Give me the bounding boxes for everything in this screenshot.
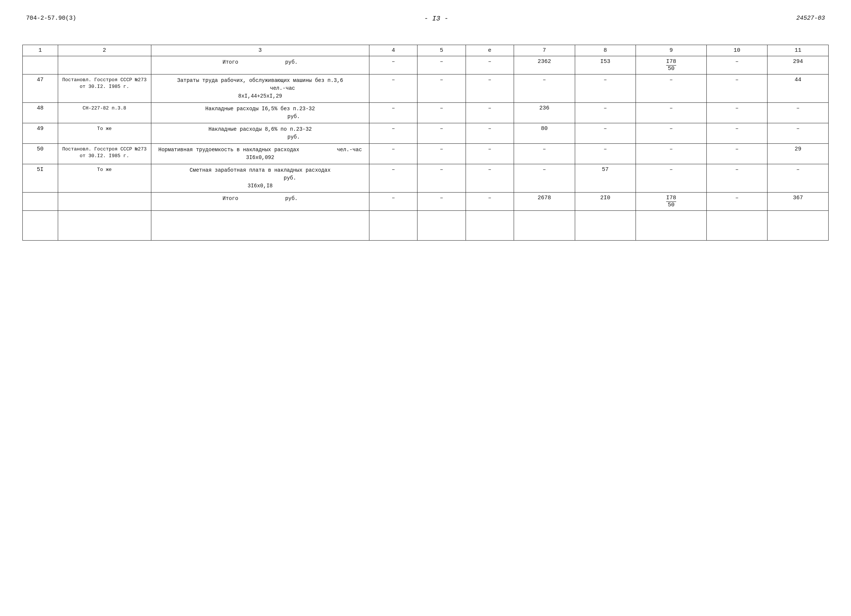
row-col7: –: [514, 144, 575, 164]
main-table: 1 2 3 4 5 е 7 8 9 10 11 Итого руб. – – –…: [23, 45, 828, 241]
row-desc: Нормативная трудоемкость в накладных рас…: [151, 144, 369, 164]
row-col5: –: [418, 193, 466, 211]
table-row: 48 СН-227-82 п.3.8 Накладные расходы I6,…: [23, 103, 828, 123]
row-col11: 294: [767, 56, 828, 75]
table-row: 50 Постановл. Госстроя СССР №273 от 30.I…: [23, 144, 828, 164]
row-col8: 2I0: [575, 193, 636, 211]
row-col9: –: [636, 75, 707, 103]
row-desc: Накладные расходы I6,5% без п.23-32 руб.: [151, 103, 369, 123]
col-header-3: 3: [151, 45, 369, 56]
table-row: Итого руб. – – – 2362 I53 I78 50 – 294: [23, 56, 828, 75]
row-source: То же: [58, 164, 151, 193]
col-header-11: 11: [767, 45, 828, 56]
row-col7: –: [514, 164, 575, 193]
row-num: 48: [23, 103, 58, 123]
page-header: 704-2-57.90(3) - I3 - 24527-03: [23, 15, 828, 22]
row-col11: –: [767, 164, 828, 193]
row-num: 49: [23, 123, 58, 144]
row-col10: –: [707, 56, 767, 75]
row-col5: –: [418, 123, 466, 144]
row-col9: –: [636, 103, 707, 123]
row-num: [23, 56, 58, 75]
row-col4: –: [369, 193, 418, 211]
row-col5: –: [418, 56, 466, 75]
table-row: 47 Постановл. Госстроя СССР №273 от 30.I…: [23, 75, 828, 103]
row-col10: –: [707, 164, 767, 193]
col-header-5: 5: [418, 45, 466, 56]
row-desc: Сметная заработная плата в накладных рас…: [151, 164, 369, 193]
row-col7: 2362: [514, 56, 575, 75]
row-num: 5I: [23, 164, 58, 193]
table-row: 49 То же Накладные расходы 8,6% по п.23-…: [23, 123, 828, 144]
row-col10: –: [707, 123, 767, 144]
col-header-2: 2: [58, 45, 151, 56]
row-col8: –: [575, 103, 636, 123]
row-col7: –: [514, 75, 575, 103]
row-desc: Затраты труда рабочих, обслуживающих маш…: [151, 75, 369, 103]
col-header-10: 10: [707, 45, 767, 56]
row-col4: –: [369, 144, 418, 164]
page-number: - I3 -: [424, 15, 448, 22]
row-col9: –: [636, 123, 707, 144]
row-col11: 367: [767, 193, 828, 211]
row-col10: –: [707, 144, 767, 164]
row-col4: –: [369, 103, 418, 123]
fraction: I78 50: [666, 195, 676, 208]
row-col9: I78 50: [636, 56, 707, 75]
row-col11: 44: [767, 75, 828, 103]
col-header-6: е: [466, 45, 514, 56]
row-col5: –: [418, 144, 466, 164]
row-col7: 2678: [514, 193, 575, 211]
row-col7: 236: [514, 103, 575, 123]
row-col9: –: [636, 144, 707, 164]
row-num: 47: [23, 75, 58, 103]
row-source: Постановл. Госстроя СССР №273 от 30.I2. …: [58, 144, 151, 164]
row-num: 50: [23, 144, 58, 164]
row-col10: –: [707, 193, 767, 211]
row-col6: –: [466, 75, 514, 103]
row-col6: –: [466, 164, 514, 193]
row-col6: –: [466, 103, 514, 123]
row-col8: 57: [575, 164, 636, 193]
row-num: [23, 193, 58, 211]
row-col6: –: [466, 56, 514, 75]
table-row: 5I То же Сметная заработная плата в накл…: [23, 164, 828, 193]
row-col6: –: [466, 193, 514, 211]
col-header-8: 8: [575, 45, 636, 56]
row-col6: –: [466, 144, 514, 164]
row-col5: –: [418, 103, 466, 123]
row-col4: –: [369, 123, 418, 144]
row-col9: –: [636, 164, 707, 193]
row-desc: Накладные расходы 8,6% по п.23-32 руб.: [151, 123, 369, 144]
row-col5: –: [418, 164, 466, 193]
row-col11: –: [767, 123, 828, 144]
empty-row: [23, 211, 828, 241]
row-source: То же: [58, 123, 151, 144]
row-col6: –: [466, 123, 514, 144]
row-col11: –: [767, 103, 828, 123]
row-source: [58, 56, 151, 75]
row-desc: Итого руб.: [151, 193, 369, 211]
row-col8: –: [575, 75, 636, 103]
row-col7: 80: [514, 123, 575, 144]
row-col9: I78 50: [636, 193, 707, 211]
doc-number-left: 704-2-57.90(3): [26, 15, 76, 22]
row-col8: –: [575, 123, 636, 144]
row-col4: –: [369, 75, 418, 103]
table-header-row: 1 2 3 4 5 е 7 8 9 10 11: [23, 45, 828, 56]
row-source: Постановл. Госстроя СССР №273 от 30.I2. …: [58, 75, 151, 103]
table-row: Итого руб. – – – 2678 2I0 I78 50 – 367: [23, 193, 828, 211]
col-header-7: 7: [514, 45, 575, 56]
row-col8: –: [575, 144, 636, 164]
row-col10: –: [707, 75, 767, 103]
col-header-9: 9: [636, 45, 707, 56]
fraction: I78 50: [666, 58, 676, 72]
doc-number-right: 24527-03: [796, 15, 825, 22]
row-col4: –: [369, 56, 418, 75]
col-header-1: 1: [23, 45, 58, 56]
row-source: СН-227-82 п.3.8: [58, 103, 151, 123]
row-desc: Итого руб.: [151, 56, 369, 75]
row-col8: I53: [575, 56, 636, 75]
row-col11: 29: [767, 144, 828, 164]
col-header-4: 4: [369, 45, 418, 56]
